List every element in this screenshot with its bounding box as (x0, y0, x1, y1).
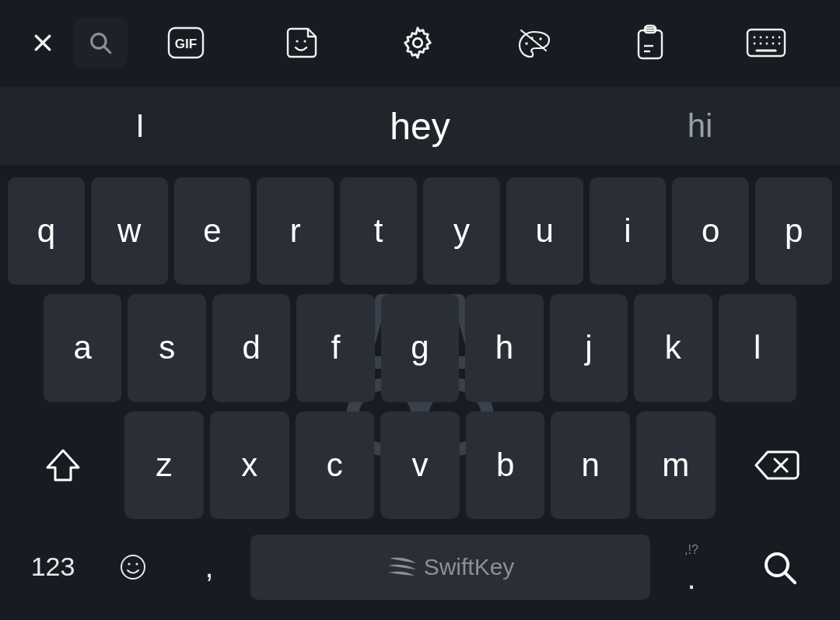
close-toolbar-button[interactable] (16, 12, 70, 74)
clipboard-icon (634, 24, 667, 61)
key-row-3: z x c v b n m (6, 412, 834, 519)
comma-key[interactable]: , (174, 534, 244, 600)
svg-rect-13 (639, 30, 662, 58)
key-l[interactable]: l (719, 294, 796, 401)
key-t[interactable]: t (340, 177, 417, 285)
key-r[interactable]: r (257, 177, 334, 285)
key-f[interactable]: f (296, 294, 374, 401)
gear-icon (400, 25, 436, 61)
suggestion-strip: I hey hi (0, 87, 840, 165)
svg-line-3 (104, 47, 110, 53)
svg-point-22 (779, 37, 781, 39)
swiftkey-keyboard: GIF (0, 0, 840, 620)
key-i[interactable]: i (590, 177, 667, 285)
key-area: q w e r t y u i o p a s d f g h j k l (0, 165, 840, 620)
key-e[interactable]: e (174, 177, 251, 285)
key-z[interactable]: z (124, 412, 204, 519)
key-b[interactable]: b (466, 412, 545, 519)
period-label: . (687, 572, 695, 590)
shift-key[interactable] (8, 412, 118, 519)
search-button[interactable] (73, 18, 128, 68)
svg-point-27 (779, 43, 781, 45)
keyboard-toolbar: GIF (0, 0, 840, 86)
svg-point-9 (525, 42, 527, 44)
smiley-icon (120, 554, 146, 580)
key-w[interactable]: w (91, 177, 168, 285)
keyboard-modes-button[interactable] (709, 12, 824, 74)
enter-search-key[interactable] (733, 534, 826, 600)
svg-text:GIF: GIF (174, 37, 196, 51)
palette-icon (515, 24, 554, 61)
key-k[interactable]: k (634, 294, 712, 401)
key-row-2: a s d f g h j k l (6, 294, 834, 401)
svg-point-34 (128, 562, 130, 565)
period-key[interactable]: ,!? . (656, 534, 726, 600)
key-u[interactable]: u (506, 177, 583, 285)
svg-point-33 (121, 555, 145, 579)
backspace-icon (754, 449, 800, 482)
key-g[interactable]: g (381, 294, 459, 401)
sticker-button[interactable] (243, 12, 359, 74)
key-c[interactable]: c (296, 412, 375, 519)
key-h[interactable]: h (465, 294, 543, 401)
key-y[interactable]: y (423, 177, 500, 285)
key-row-bottom: 123 , SwiftKey (6, 528, 834, 614)
svg-point-26 (772, 43, 775, 45)
space-key[interactable]: SwiftKey (250, 534, 650, 600)
svg-line-37 (786, 573, 795, 583)
gif-button[interactable]: GIF (128, 12, 243, 74)
key-a[interactable]: a (44, 294, 121, 401)
svg-point-35 (135, 562, 138, 565)
emoji-key[interactable] (98, 534, 168, 600)
svg-point-11 (539, 37, 541, 40)
space-label: SwiftKey (424, 554, 515, 580)
themes-button[interactable] (476, 12, 592, 74)
shift-icon (44, 447, 82, 483)
svg-point-24 (760, 43, 762, 45)
key-p[interactable]: p (755, 177, 832, 285)
clipboard-button[interactable] (592, 12, 708, 74)
key-v[interactable]: v (380, 412, 460, 519)
swiftkey-logo-icon (387, 555, 418, 579)
key-s[interactable]: s (128, 294, 205, 401)
key-row-1: q w e r t y u i o p (6, 177, 834, 285)
suggestion-right[interactable]: hi (560, 107, 840, 145)
suggestion-center[interactable]: hey (280, 105, 560, 148)
key-o[interactable]: o (672, 177, 749, 285)
close-icon (31, 31, 54, 54)
key-x[interactable]: x (210, 412, 289, 519)
settings-button[interactable] (360, 12, 476, 74)
svg-point-21 (772, 37, 775, 39)
svg-point-20 (766, 37, 768, 39)
sticker-icon (283, 24, 320, 61)
search-icon (87, 30, 114, 56)
svg-point-23 (754, 43, 756, 45)
key-d[interactable]: d (212, 294, 290, 401)
numbers-key[interactable]: 123 (14, 534, 92, 600)
backspace-key[interactable] (722, 412, 832, 519)
key-m[interactable]: m (636, 412, 716, 519)
svg-point-19 (760, 37, 762, 39)
svg-point-7 (303, 40, 306, 42)
key-j[interactable]: j (550, 294, 628, 401)
svg-point-8 (414, 38, 423, 47)
key-n[interactable]: n (551, 412, 630, 519)
suggestion-left[interactable]: I (0, 107, 280, 145)
key-q[interactable]: q (8, 177, 85, 285)
svg-point-6 (296, 40, 298, 42)
svg-point-25 (766, 43, 768, 45)
period-hint: ,!? (684, 544, 698, 556)
gif-icon: GIF (166, 26, 205, 60)
search-icon (761, 548, 798, 586)
keyboard-icon (744, 26, 788, 59)
svg-point-18 (754, 37, 756, 39)
